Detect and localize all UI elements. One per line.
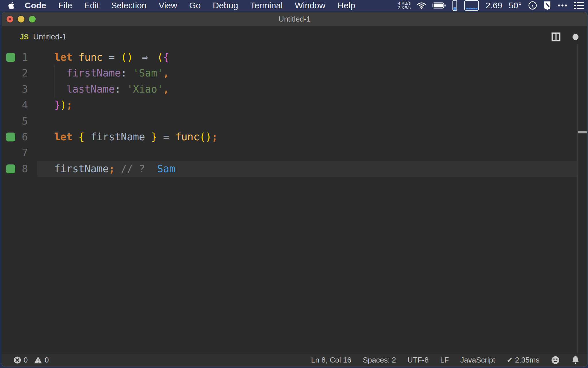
tab-bar: JS Untitled-1 [2,26,587,44]
overview-ruler[interactable] [577,44,587,353]
line-number: 5 [8,113,28,129]
cpu-load-value[interactable]: 2.69 [486,1,502,10]
status-right-items: Ln 8, Col 16Spaces: 2UTF-8LFJavaScript [311,356,495,365]
code-editor[interactable]: 1let func = () ⇒ ({2 firstName: 'Sam',3 … [2,44,587,353]
menu-view[interactable]: View [152,0,183,11]
code-line-7[interactable]: 7 [2,145,587,161]
temperature-value[interactable]: 50° [509,1,522,10]
errors-count: 0 [24,356,28,365]
check-icon: ✔ [507,356,513,364]
status-bar-right: Ln 8, Col 16Spaces: 2UTF-8LFJavaScript ✔… [311,356,587,365]
unsaved-changes-indicator[interactable] [572,34,579,40]
more-menu-icon[interactable] [558,4,567,7]
status-ln[interactable]: Ln 8, Col 16 [311,356,351,365]
line-number: 6 [8,129,28,145]
vscode-window: Untitled-1 JS Untitled-1 1let func = () … [2,12,587,367]
code-text: }); [54,97,72,113]
code-line-5[interactable]: 5 [2,113,587,129]
password-manager-icon[interactable] [543,1,551,10]
phone-battery-icon[interactable] [452,0,458,11]
warnings-count: 0 [45,356,49,365]
errors-icon [13,356,21,364]
notifications-bell-icon[interactable] [571,356,580,365]
menu-status-area: 4 KB/s 2 KB/s [398,0,584,11]
code-text: firstName: 'Sam', [54,65,169,81]
window-title: Untitled-1 [2,12,587,26]
split-editor-icon[interactable] [552,32,560,41]
feedback-smiley-icon[interactable] [551,356,560,365]
apple-menu-icon[interactable] [7,1,15,10]
code-text: lastName: 'Xiao', [54,81,169,97]
line-number: 3 [8,81,28,97]
code-line-1[interactable]: 1let func = () ⇒ ({ [2,49,587,65]
menu-bar: CodeFileEditSelectionViewGoDebugTerminal… [0,0,588,11]
menu-items: CodeFileEditSelectionViewGoDebugTerminal… [19,0,361,11]
menu-code[interactable]: Code [19,0,52,11]
code-text: firstName; // ? Sam [54,161,175,177]
menu-selection[interactable]: Selection [105,0,152,11]
code-line-2[interactable]: 2 firstName: 'Sam', [2,65,587,81]
quokka-perf[interactable]: ✔ 2.35ms [507,356,539,365]
clock-icon[interactable] [528,1,537,10]
network-speed-indicator[interactable]: 4 KB/s 2 KB/s [398,1,411,10]
status-spaces[interactable]: Spaces: 2 [363,356,396,365]
menu-go[interactable]: Go [183,0,207,11]
window-title-bar[interactable]: Untitled-1 [2,12,587,26]
line-number: 7 [8,145,28,161]
tab-actions [552,32,587,41]
menu-edit[interactable]: Edit [78,0,105,11]
menu-file[interactable]: File [52,0,78,11]
line-number: 8 [8,161,28,177]
overview-ruler-cursor-mark [578,131,587,133]
display-usage-icon[interactable] [464,0,479,11]
line-number: 2 [8,65,28,81]
menu-terminal[interactable]: Terminal [244,0,289,11]
menu-debug[interactable]: Debug [207,0,244,11]
battery-icon[interactable] [432,2,446,9]
list-menu-icon[interactable] [574,2,584,9]
code-text: let { firstName } = func(); [54,129,218,145]
code-text: let func = () ⇒ ({ [54,49,169,65]
status-bar: 0 0 Ln 8, Col 16Spaces: 2UTF-8LFJavaScri… [2,353,587,367]
javascript-file-icon: JS [20,33,29,41]
menu-window[interactable]: Window [289,0,332,11]
problems-indicator[interactable]: 0 0 [2,356,53,365]
status-javascript[interactable]: JavaScript [460,356,495,365]
warnings-icon [34,356,42,364]
code-line-8[interactable]: 8firstName; // ? Sam [2,161,587,177]
code-line-3[interactable]: 3 lastName: 'Xiao', [2,81,587,97]
status-utf-8[interactable]: UTF-8 [407,356,429,365]
code-line-4[interactable]: 4}); [2,97,587,113]
line-number: 4 [8,97,28,113]
code-lines: 1let func = () ⇒ ({2 firstName: 'Sam',3 … [2,49,587,177]
download-speed: 2 KB/s [398,5,411,10]
menu-help[interactable]: Help [331,0,361,11]
upload-speed: 4 KB/s [398,1,411,5]
wifi-icon[interactable] [417,2,426,9]
tab-file-name[interactable]: Untitled-1 [33,32,67,41]
status-lf[interactable]: LF [440,356,449,365]
line-number: 1 [8,49,28,65]
code-line-6[interactable]: 6let { firstName } = func(); [2,129,587,145]
